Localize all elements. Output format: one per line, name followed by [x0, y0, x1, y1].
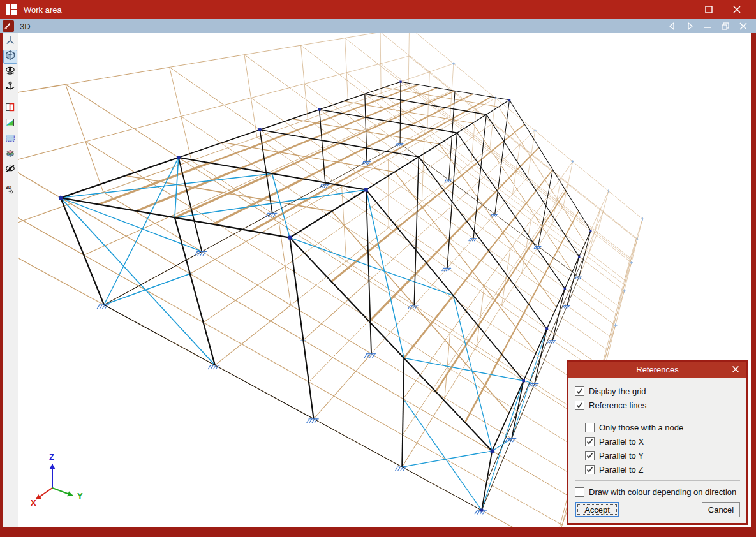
structure-node[interactable] — [480, 509, 484, 512]
roof-purlin-line — [404, 295, 453, 358]
reference-grid-vertical — [513, 145, 520, 195]
reference-grid-vertical — [625, 239, 637, 280]
structure-node[interactable] — [564, 288, 567, 290]
structure-node[interactable] — [318, 108, 321, 111]
checkbox-checked-icon[interactable] — [575, 386, 584, 396]
support-hatch — [565, 305, 567, 308]
hide-elements-tool[interactable] — [3, 163, 17, 177]
layers-tool[interactable] — [3, 147, 17, 161]
checkbox-unchecked-icon[interactable] — [575, 487, 584, 497]
frame-member — [400, 82, 401, 143]
checkbox-checked-icon[interactable] — [585, 437, 595, 446]
checkbox-row-parallel-to-z[interactable]: Parallel to Z — [585, 462, 740, 476]
structure-node[interactable] — [545, 327, 548, 330]
accept-button[interactable]: Accept — [575, 502, 619, 517]
reference-grid-line — [18, 85, 66, 110]
reference-grid-vertical — [244, 55, 257, 138]
reference-grid-line — [415, 274, 480, 318]
checkbox-row-reference-lines[interactable]: Reference lines — [575, 398, 740, 412]
support-hatch — [397, 467, 400, 471]
window-close-button[interactable] — [723, 1, 751, 18]
structure-node[interactable] — [399, 81, 401, 83]
roof-purlin-line — [551, 191, 566, 214]
reference-grid-vertical — [427, 72, 430, 129]
frame-member — [419, 157, 547, 328]
window-maximize-button[interactable] — [695, 1, 723, 18]
checkbox-label: Only those with a node — [599, 423, 683, 432]
dialog-close-icon[interactable] — [730, 364, 741, 375]
reference-grid-line — [454, 64, 496, 98]
reference-grid-vertical — [501, 249, 510, 305]
reference-grid-line — [496, 98, 535, 131]
structure-node[interactable] — [491, 450, 494, 453]
checkbox-checked-icon[interactable] — [585, 465, 595, 474]
structure-node[interactable] — [508, 99, 510, 101]
cancel-button[interactable]: Cancel — [702, 502, 740, 517]
support-hatch — [312, 419, 315, 423]
structure-node[interactable] — [578, 256, 580, 258]
structure-node[interactable] — [59, 196, 63, 200]
tab-close-button[interactable] — [737, 20, 750, 32]
checkbox-row-display-the-grid[interactable]: Display the grid — [575, 384, 740, 398]
zoom-extend-icon — [4, 117, 16, 131]
zoom-window-tool[interactable] — [3, 132, 17, 146]
reference-grid-line — [598, 232, 630, 258]
reference-grid-line — [473, 124, 493, 137]
roof-purlin-line — [397, 190, 443, 228]
tab-minimize-button[interactable] — [701, 20, 714, 32]
reference-grid-line — [365, 94, 424, 139]
frame-member — [402, 358, 404, 467]
checkbox-checked-icon[interactable] — [575, 401, 584, 410]
view-cube-tool[interactable] — [3, 50, 17, 64]
3d-settings-tool[interactable]: 3D — [3, 184, 17, 198]
checkbox-row-only-those-with-a-node[interactable]: Only those with a node — [585, 420, 740, 434]
reference-grid-line — [473, 136, 516, 170]
zoom-extents-tool[interactable] — [3, 117, 17, 131]
roof-purlin-line — [504, 124, 525, 142]
tab-restore-button[interactable] — [719, 20, 732, 32]
reference-grid-line — [567, 305, 610, 336]
reference-grid-line — [103, 192, 202, 251]
structure-node[interactable] — [288, 236, 292, 240]
frame-member — [457, 115, 487, 133]
checkbox-row-parallel-to-y[interactable]: Parallel to Y — [585, 448, 740, 462]
structure-node[interactable] — [589, 230, 591, 232]
support-hatch — [442, 268, 444, 271]
roof-reference-line — [384, 87, 499, 107]
reference-grid-line — [607, 314, 617, 350]
reference-grid-line — [380, 33, 429, 72]
axes-tool[interactable] — [3, 34, 17, 48]
reference-grid-line — [279, 223, 369, 281]
dialog-separator — [575, 416, 740, 416]
reference-grid-line — [558, 316, 607, 350]
checkbox-checked-icon[interactable] — [585, 451, 595, 460]
free-rotate-tool[interactable] — [3, 80, 17, 94]
reference-grid-line — [473, 239, 522, 273]
structure-node[interactable] — [177, 156, 181, 159]
structure-node[interactable] — [258, 128, 262, 131]
x-axis-arrow-icon — [36, 494, 41, 499]
reference-grid-line — [447, 239, 473, 268]
tab-previous-view-button[interactable] — [665, 20, 678, 32]
tab-next-view-button[interactable] — [683, 20, 696, 32]
checkbox-row-draw-with-colour-depending-on-direction[interactable]: Draw with colour depending on direction — [575, 485, 740, 499]
references-dialog-titlebar[interactable]: References — [568, 362, 746, 378]
reference-grid-line — [427, 129, 471, 163]
reference-grid-line — [408, 84, 450, 117]
reference-grid-line — [308, 119, 367, 162]
roof-purlin-line — [489, 217, 515, 251]
reference-grid-line — [179, 158, 279, 223]
reference-grid-line — [18, 142, 85, 178]
checkbox-unchecked-icon[interactable] — [585, 423, 595, 432]
reference-grid-line — [414, 268, 447, 305]
structure-node[interactable] — [364, 188, 368, 192]
window-title: Work area — [24, 5, 695, 15]
reference-grid-line — [617, 285, 625, 314]
orbit-view-tool[interactable] — [3, 65, 17, 79]
structure-node[interactable] — [522, 379, 525, 383]
section-plane-tool[interactable] — [3, 101, 17, 115]
reference-grid-line — [568, 184, 603, 212]
checkbox-row-parallel-to-x[interactable]: Parallel to X — [585, 434, 740, 448]
reference-grid-line — [609, 191, 642, 219]
support-icon — [575, 277, 582, 279]
